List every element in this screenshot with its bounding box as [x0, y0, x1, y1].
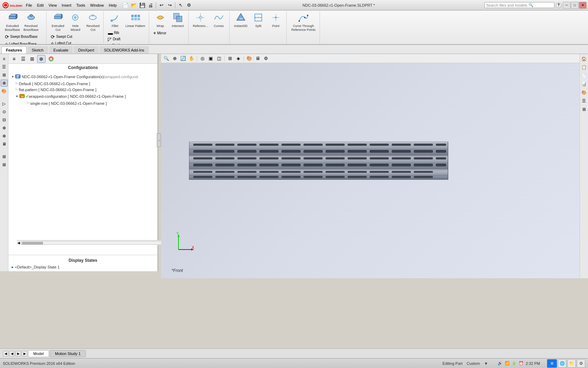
cursor-btn[interactable]: ↖ [177, 2, 184, 9]
linear-pattern-btn[interactable]: Linear Pattern [124, 12, 147, 29]
undo-btn[interactable]: ↩ [158, 2, 165, 9]
menu-view[interactable]: View [47, 2, 59, 8]
shell-btn[interactable]: □ Shell [106, 42, 122, 45]
right-icon-table[interactable]: 📊 [581, 81, 588, 88]
sidebar-icon-list[interactable]: ☰ [1, 63, 8, 70]
print-btn[interactable]: 🖨 [147, 2, 154, 9]
vp-monitor-btn[interactable]: 🖥 [254, 55, 261, 62]
panel-btn-tree[interactable]: ≡ [10, 55, 18, 63]
taskbar-start[interactable]: ⊞ [547, 359, 557, 368]
draft-btn[interactable]: ◸ Draft [106, 36, 122, 42]
config-scrollbar[interactable]: ◀ ▶ [17, 240, 167, 245]
sidebar-icon-box2[interactable]: ⊞ [1, 161, 8, 168]
tab-features[interactable]: Features [1, 46, 27, 54]
sidebar-icon-config[interactable]: ⊞ [1, 71, 8, 79]
scroll-thumb[interactable] [22, 242, 43, 245]
vp-scene-btn[interactable]: 🎨 [245, 55, 253, 62]
right-icon-list2[interactable]: ☰ [581, 97, 588, 104]
right-icon-doc[interactable]: 📄 [581, 72, 588, 79]
right-icon-color-wheel[interactable]: 🎨 [581, 89, 588, 96]
tab-nav-prev[interactable]: ◀ [9, 351, 15, 356]
revolved-cut-btn[interactable]: RevolvedCut [84, 12, 101, 33]
mirror-btn[interactable]: ⌖ Mirror [152, 30, 168, 36]
taskbar-folder[interactable]: 📁 [567, 359, 576, 368]
right-icon-box3[interactable]: ⊞ [581, 106, 588, 113]
open-btn[interactable]: 📂 [130, 2, 138, 9]
tab-nav-last[interactable]: ▶ [22, 351, 27, 356]
sidebar-icon-target[interactable]: ⊙ [1, 108, 8, 115]
menu-tools[interactable]: Tools [74, 2, 88, 8]
sidebar-icon-box[interactable]: ⊞ [1, 153, 8, 160]
taskbar-sw[interactable]: ⚙ [577, 359, 585, 368]
save-btn[interactable]: 💾 [138, 2, 146, 9]
restore-btn[interactable]: □ [571, 2, 579, 9]
vp-settings2-btn[interactable]: ⚙ [262, 55, 270, 62]
vp-section-btn[interactable]: ◫ [215, 55, 223, 62]
vp-pan-btn[interactable]: ✋ [188, 55, 195, 62]
settings-btn[interactable]: ⚙ [185, 2, 193, 9]
display-state-default[interactable]: ● <Default>_Display State 1 [10, 264, 156, 270]
revolved-boss-base-btn[interactable]: RevolvedBoss/Base [22, 12, 40, 33]
wrap-btn[interactable]: Wrap [152, 12, 169, 29]
swept-cut-btn[interactable]: ⟳ Swept Cut [49, 34, 79, 40]
panel-btn-list[interactable]: ☰ [19, 55, 27, 63]
vp-shaded-btn[interactable]: ▣ [207, 55, 215, 62]
right-icon-house[interactable]: 🏠 [581, 55, 588, 62]
new-btn[interactable]: 📄 [121, 2, 129, 9]
help-btn[interactable]: ? [556, 2, 561, 8]
vp-rotate-btn[interactable]: 🔄 [179, 55, 187, 62]
menu-window[interactable]: Window [88, 2, 106, 8]
sidebar-icon-monitor[interactable]: 🖥 [1, 141, 8, 148]
taskbar-ie[interactable]: 🌐 [558, 359, 566, 368]
tree-root[interactable]: ▼ NDC-03-06662-r1-Open-Frame Configurati… [10, 73, 156, 81]
menu-insert[interactable]: Insert [59, 2, 74, 8]
minimize-btn[interactable]: ─ [563, 2, 570, 9]
panel-btn-color[interactable] [46, 55, 56, 63]
vp-wireframe-btn[interactable]: ◎ [198, 55, 206, 62]
tab-dimxpert[interactable]: DimXpert [74, 46, 99, 54]
point-btn[interactable]: Point [267, 12, 284, 29]
search-box[interactable]: Search files and models 🔍 [484, 2, 554, 8]
tree-item-default[interactable]: ⊢ Default [ NDC-03-06662-r1-Open-Frame ] [10, 81, 156, 87]
close-btn[interactable]: ✕ [579, 2, 587, 9]
instant3d-btn[interactable]: 3D Instant3D [232, 12, 249, 29]
rib-btn[interactable]: ▬ Rib [106, 30, 122, 36]
lofted-cut-btn[interactable]: ⟡ Lofted Cut [49, 40, 79, 45]
sidebar-icon-plus1[interactable]: ⊕ [1, 124, 8, 131]
collapse-panel-handle[interactable]: ‹ [157, 133, 161, 147]
tab-sketch[interactable]: Sketch [27, 46, 48, 54]
hole-wizard-btn[interactable]: HoleWizard [67, 12, 84, 33]
extruded-boss-base-btn[interactable]: ExtrudedBoss/Base [4, 12, 21, 33]
sidebar-icon-color[interactable]: 🎨 [1, 88, 8, 95]
fillet-btn[interactable]: Fillet [106, 12, 123, 29]
menu-help[interactable]: Help [107, 2, 119, 8]
tree-item-single-row[interactable]: ⊢ single-row [ NDC-03-06662-r1-Open-Fram… [10, 100, 156, 106]
tree-item-wrapped[interactable]: ▼ W ✓ wrapped-configuration [ NDC-03-066… [10, 93, 156, 100]
status-dropdown-btn[interactable]: ▼ [484, 361, 488, 366]
vp-display-btn[interactable]: ⊞ [226, 55, 234, 62]
sidebar-icon-add[interactable]: ⊕ [1, 80, 8, 87]
viewport[interactable]: Y X *Front [161, 54, 580, 278]
panel-btn-config[interactable]: ⊞ [28, 55, 36, 63]
vp-zoomfit-btn[interactable]: ⊕ [171, 55, 178, 62]
intersect-btn[interactable]: Intersect [169, 12, 186, 29]
vp-appearance-btn[interactable]: ◈ [234, 55, 242, 62]
bottom-tab-motion-study[interactable]: Motion Study 1 [50, 350, 86, 357]
vp-zoom-btn[interactable]: 🔍 [162, 55, 170, 62]
lofted-boss-base-btn[interactable]: ⟡ Lofted Boss/Base [4, 41, 38, 45]
curve-through-ref-pts-btn[interactable]: Curve ThroughReference Points [289, 12, 317, 33]
curves-btn[interactable]: Curves [210, 12, 227, 29]
menu-edit[interactable]: Edit [35, 2, 46, 8]
sidebar-icon-tree[interactable]: ≡ [1, 55, 8, 62]
redo-btn[interactable]: ↪ [166, 2, 174, 9]
tab-nav-next[interactable]: ▶ [15, 351, 21, 356]
right-icon-book[interactable]: 📋 [581, 64, 588, 71]
reference-geometry-btn[interactable]: Referenc... [191, 12, 210, 29]
bottom-tab-model[interactable]: Model [28, 350, 49, 357]
split-btn[interactable]: Split [250, 12, 267, 29]
search-icon[interactable]: 🔍 [528, 3, 533, 7]
menu-file[interactable]: File [24, 2, 34, 8]
sidebar-icon-scene[interactable]: ▷ [1, 100, 8, 107]
sidebar-icon-cut2[interactable]: ⊟ [1, 116, 8, 123]
tree-item-flat-pattern[interactable]: ⊢ flat-pattern [ NDC-03-06662-r1-Open-Fr… [10, 87, 156, 93]
